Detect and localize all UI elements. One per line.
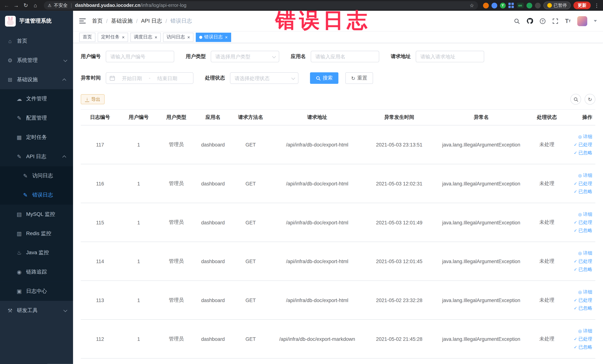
ignored-link[interactable]: ✓已忽略 [567, 265, 592, 273]
sidebar-item-log-center[interactable]: ▣日志中心 [0, 282, 73, 301]
cell-url: /api/infra/db-doc/export-html [270, 281, 364, 319]
top-navbar: 首页 / 基础设施 / API 日志 / 错误日志 ? [73, 11, 603, 32]
sidebar-item-mysql-monitor[interactable]: ▤MySQL 监控 [0, 205, 73, 224]
forward-icon[interactable]: → [13, 2, 20, 8]
search-icon[interactable] [514, 18, 520, 24]
processed-link[interactable]: ✓已处理 [567, 218, 592, 226]
app-logo[interactable]: 芋道管理系统 [0, 11, 73, 32]
toggle-search-button[interactable] [570, 94, 581, 105]
detail-link[interactable]: ◎详细 [567, 210, 592, 218]
extensions-grid-icon[interactable] [508, 2, 514, 8]
ignored-link[interactable]: ✓已忽略 [567, 304, 592, 312]
user-type-select[interactable] [211, 51, 279, 62]
tab-错误日志[interactable]: 错误日志× [196, 33, 231, 42]
browser-home-icon[interactable]: ⌂ [32, 2, 39, 8]
processed-link[interactable]: ✓已处理 [567, 141, 592, 149]
address-bar[interactable]: ⚠ 不安全 | dashboard.yudao.iocoder.cn/infra… [44, 1, 478, 10]
bookmark-star-icon[interactable]: ☆ [470, 2, 474, 8]
font-size-icon[interactable]: TT [565, 18, 570, 24]
sidebar-item-redis-monitor[interactable]: ▥Redis 监控 [0, 224, 73, 243]
close-icon[interactable]: × [187, 35, 190, 39]
start-date-input[interactable] [117, 75, 147, 81]
detail-link[interactable]: ◎详细 [567, 171, 592, 179]
extension-icon[interactable] [526, 2, 532, 8]
breadcrumb-item[interactable]: API 日志 [141, 17, 162, 24]
sidebar-item-error-log[interactable]: ✎错误日志 [0, 186, 73, 205]
extension-on-badge[interactable]: on [517, 3, 524, 8]
processed-link[interactable]: ✓已处理 [567, 335, 592, 343]
column-header: 异常名 [434, 109, 529, 125]
github-icon[interactable] [527, 18, 533, 24]
sidebar-item-system-management[interactable]: ⚙系统管理 [0, 51, 73, 70]
tab-首页[interactable]: 首页 [79, 33, 95, 42]
process-status-select-input[interactable] [230, 72, 299, 84]
detail-link[interactable]: ◎详细 [567, 288, 592, 296]
ignored-link[interactable]: ✓已忽略 [567, 226, 592, 235]
tab-paused-button[interactable]: 已暂停 [543, 1, 571, 9]
browser-update-button[interactable]: 更新 [573, 1, 591, 9]
export-button[interactable]: ↓ 导出 [81, 94, 105, 104]
extension-icon[interactable] [491, 2, 497, 8]
sidebar-item-dev-tools[interactable]: ⚒研发工具 [0, 301, 73, 320]
caret-down-icon[interactable] [594, 20, 597, 22]
user-avatar[interactable] [577, 16, 587, 26]
reload-icon[interactable]: ↻ [22, 2, 29, 8]
sidebar-item-java-monitor[interactable]: ♨Java 监控 [0, 243, 73, 262]
fullscreen-icon[interactable] [552, 18, 558, 24]
refresh-table-button[interactable]: ↻ [585, 94, 595, 105]
close-icon[interactable]: × [122, 35, 125, 39]
sidebar-item-home[interactable]: ⌂首页 [0, 32, 73, 51]
breadcrumb-item[interactable]: 基础设施 [111, 17, 133, 24]
close-icon[interactable]: × [225, 35, 228, 39]
tab-调度日志[interactable]: 调度日志× [130, 33, 161, 42]
reset-button[interactable]: ↻ 重置 [345, 72, 373, 84]
hamburger-icon[interactable] [79, 18, 86, 24]
end-date-input[interactable] [152, 75, 182, 81]
tab-label: 首页 [83, 34, 92, 40]
extension-icon[interactable] [483, 2, 489, 8]
app-name-input[interactable] [311, 51, 379, 62]
sidebar-item-api-log[interactable]: ✎API 日志 [0, 147, 73, 166]
sidebar-item-scheduled-jobs[interactable]: ▦定时任务 [0, 128, 73, 147]
tab-访问日志[interactable]: 访问日志× [163, 33, 194, 42]
tab-label: 调度日志 [134, 34, 152, 40]
user-type-select-input[interactable] [211, 51, 279, 62]
ignored-link[interactable]: ✓已忽略 [567, 149, 592, 157]
ignored-link[interactable]: ✓已忽略 [567, 343, 592, 351]
processed-link[interactable]: ✓已处理 [567, 296, 592, 304]
table-row: 1151管理员dashboardGET/api/infra/db-doc/exp… [81, 203, 595, 242]
sidebar-item-config-management[interactable]: ✎配置管理 [0, 108, 73, 128]
cell-time: 2021-05-03 12:02:31 [364, 164, 434, 203]
breadcrumb-item[interactable]: 首页 [92, 17, 103, 24]
security-warning-icon[interactable]: ⚠ [48, 3, 51, 8]
process-status-select[interactable] [230, 72, 299, 84]
help-icon[interactable]: ? [540, 18, 546, 24]
security-label: 不安全 [54, 2, 68, 9]
check-icon: ✓ [574, 296, 577, 304]
sidebar-item-file-management[interactable]: ☁文件管理 [0, 89, 73, 108]
sidebar-item-trace[interactable]: ◉链路追踪 [0, 262, 73, 282]
request-url-label: 请求地址 [391, 53, 411, 60]
back-icon[interactable]: ← [3, 2, 10, 8]
exception-time-range-picker[interactable]: - [106, 72, 194, 84]
sidebar-item-label: Java 监控 [26, 249, 49, 256]
detail-link[interactable]: ◎详细 [567, 327, 592, 335]
extension-icon[interactable]: Y [500, 2, 506, 8]
browser-menu-icon[interactable]: ⋮ [593, 2, 600, 8]
cell-actions: ◎详细✓已处理✓已忽略 [565, 319, 595, 358]
request-url-input[interactable] [416, 51, 484, 62]
processed-link[interactable]: ✓已处理 [567, 179, 592, 188]
detail-link[interactable]: ◎详细 [567, 249, 592, 257]
sidebar-item-access-log[interactable]: ✎访问日志 [0, 166, 73, 186]
java-icon: ♨ [16, 250, 22, 256]
tab-定时任务[interactable]: 定时任务× [98, 33, 128, 42]
ignored-link[interactable]: ✓已忽略 [567, 188, 592, 196]
close-icon[interactable]: × [155, 35, 157, 39]
extension-icon[interactable] [535, 2, 541, 8]
sidebar-item-infrastructure[interactable]: ⊞基础设施 [0, 70, 73, 89]
processed-link[interactable]: ✓已处理 [567, 257, 592, 265]
search-button[interactable]: 搜索 [310, 72, 338, 84]
column-header: 操作 [565, 109, 595, 125]
user-id-input[interactable] [106, 51, 174, 62]
detail-link[interactable]: ◎详细 [567, 133, 592, 141]
